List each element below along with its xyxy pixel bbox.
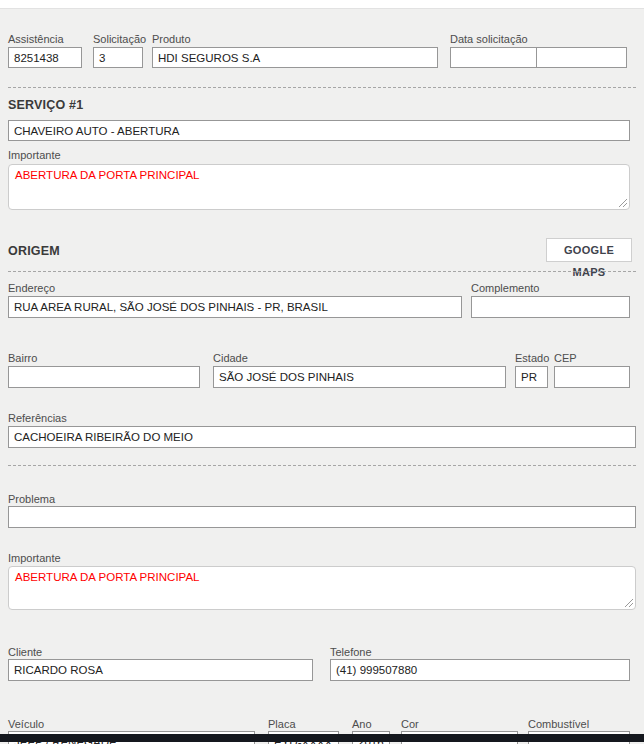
servico-tipo-input[interactable]: [8, 120, 630, 141]
combustivel-label: Combustível: [528, 718, 589, 730]
servico-importante-label: Importante: [8, 149, 61, 161]
bottom-dark-bar: [0, 734, 644, 742]
form-panel: Assistência Solicitação Produto Data sol…: [0, 8, 644, 744]
google-maps-button[interactable]: GOOGLE MAPS: [546, 238, 632, 262]
servico-importante-textarea[interactable]: ABERTURA DA PORTA PRINCIPAL: [8, 164, 630, 210]
separator-line: [8, 465, 636, 466]
endereco-input[interactable]: [8, 296, 462, 318]
separator-line: [8, 87, 636, 88]
data-solicitacao-date-input[interactable]: [450, 47, 537, 68]
complemento-label: Complemento: [471, 282, 539, 294]
data-solicitacao-time-input[interactable]: [536, 47, 627, 68]
ano-label: Ano: [352, 718, 372, 730]
problema-label: Problema: [8, 493, 55, 505]
cep-input[interactable]: [554, 366, 630, 388]
estado-label: Estado: [515, 352, 549, 364]
telefone-label: Telefone: [330, 646, 372, 658]
servico-heading: SERVIÇO #1: [8, 98, 83, 112]
bairro-label: Bairro: [8, 352, 37, 364]
assistencia-label: Assistência: [8, 33, 64, 45]
cidade-input[interactable]: [213, 366, 506, 388]
cidade-label: Cidade: [213, 352, 248, 364]
assistencia-input[interactable]: [8, 47, 82, 68]
cliente-input[interactable]: [8, 659, 313, 681]
origem-importante-textarea[interactable]: ABERTURA DA PORTA PRINCIPAL: [8, 566, 636, 610]
data-solicitacao-label: Data solicitação: [450, 33, 528, 45]
solicitacao-label: Solicitação: [93, 33, 146, 45]
solicitacao-input[interactable]: [93, 47, 143, 68]
placa-label: Placa: [268, 718, 296, 730]
produto-label: Produto: [152, 33, 191, 45]
cor-label: Cor: [401, 718, 419, 730]
referencias-input[interactable]: [8, 426, 636, 448]
bairro-input[interactable]: [8, 366, 200, 388]
veiculo-label: Veículo: [8, 718, 44, 730]
problema-input[interactable]: [8, 506, 636, 528]
produto-input[interactable]: [152, 47, 438, 68]
cliente-label: Cliente: [8, 646, 42, 658]
estado-input[interactable]: [515, 366, 548, 388]
origem-importante-label: Importante: [8, 552, 61, 564]
separator-line: [8, 271, 636, 272]
endereco-label: Endereço: [8, 282, 55, 294]
cep-label: CEP: [554, 352, 577, 364]
telefone-input[interactable]: [330, 659, 630, 681]
origem-heading: ORIGEM: [8, 244, 60, 258]
complemento-input[interactable]: [471, 296, 630, 318]
origem-importante-wrap: ABERTURA DA PORTA PRINCIPAL: [8, 566, 636, 610]
referencias-label: Referências: [8, 412, 67, 424]
servico-importante-wrap: ABERTURA DA PORTA PRINCIPAL: [8, 164, 630, 210]
